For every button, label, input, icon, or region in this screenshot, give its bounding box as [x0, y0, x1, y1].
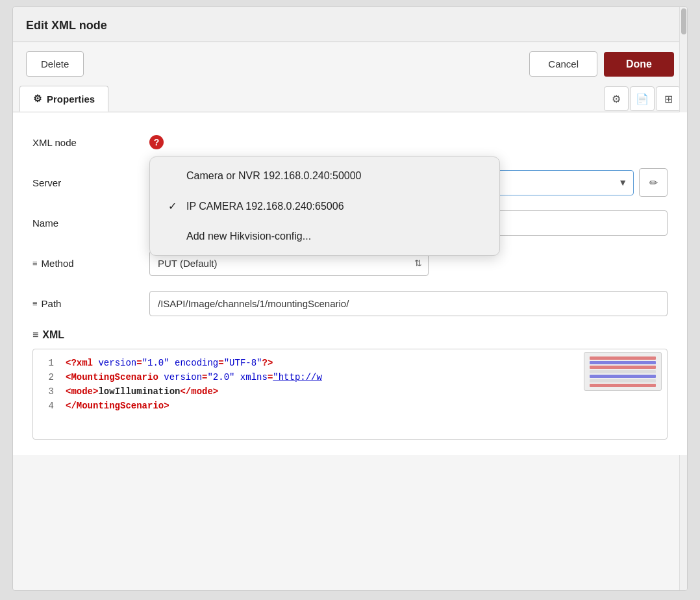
- xml-pi-tag: <?xml: [66, 358, 98, 368]
- name-label-text: Name: [32, 218, 58, 229]
- cancel-button[interactable]: Cancel: [529, 51, 597, 77]
- help-icon[interactable]: ?: [149, 135, 164, 149]
- checkmark-2: [168, 231, 180, 242]
- line-number-4: 4: [33, 401, 66, 411]
- settings-icon-button[interactable]: ⚙: [604, 86, 629, 111]
- tab-bar: ⚙ Properties ⚙ 📄 ⊞: [13, 86, 687, 112]
- line-number-1: 1: [33, 358, 66, 368]
- path-lines-icon: ≡: [32, 299, 38, 308]
- path-label-text: Path: [42, 298, 62, 309]
- dropdown-item-1[interactable]: ✓ IP CAMERA 192.168.0.240:65006: [150, 191, 499, 221]
- xml-node-label: XML node: [32, 137, 149, 148]
- form-area: XML node ? Camera or NVR 192.168.0.240:5…: [13, 112, 687, 455]
- grid-icon: ⊞: [664, 93, 673, 105]
- checkmark-1: ✓: [168, 200, 180, 212]
- xml-line-2: 2 <MountingScenario version="2.0" xmlns=…: [33, 370, 667, 384]
- xml-lines-icon: ≡: [32, 329, 38, 341]
- gear-tab-icon: ⚙: [33, 93, 42, 105]
- xml-node-controls: ?: [149, 135, 164, 149]
- xml-editor[interactable]: 1 <?xml version="1.0" encoding="UTF-8"?>…: [32, 349, 668, 440]
- done-button[interactable]: Done: [604, 52, 674, 77]
- tab-icon-group: ⚙ 📄 ⊞: [604, 86, 687, 111]
- dropdown-item-2[interactable]: Add new Hikvision-config...: [150, 221, 499, 251]
- panel-header: Edit XML node: [13, 7, 687, 42]
- server-edit-button[interactable]: ✏: [639, 168, 668, 197]
- panel-title: Edit XML node: [26, 19, 107, 32]
- dropdown-item-0[interactable]: Camera or NVR 192.168.0.240:50000: [150, 161, 499, 191]
- server-label: Server: [32, 177, 149, 188]
- gear-icon: ⚙: [612, 93, 621, 105]
- dropdown-item-label-1: IP CAMERA 192.168.0.240:65006: [186, 201, 344, 212]
- line-number-3: 3: [33, 386, 66, 397]
- delete-button[interactable]: Delete: [26, 51, 84, 77]
- name-label: Name: [32, 218, 149, 229]
- server-label-text: Server: [32, 177, 61, 188]
- edit-xml-panel: Edit XML node Delete Cancel Done ⚙ Prope…: [12, 6, 688, 591]
- xml-line-4: 4 </MountingScenario>: [33, 399, 667, 413]
- xml-node-label-text: XML node: [32, 137, 77, 148]
- document-icon: 📄: [636, 93, 649, 105]
- dropdown-item-label-2: Add new Hikvision-config...: [186, 231, 311, 242]
- pencil-icon: ✏: [649, 177, 658, 189]
- method-lines-icon: ≡: [32, 258, 38, 268]
- toolbar: Delete Cancel Done: [13, 42, 687, 86]
- path-row: ≡ Path /ISAPI/Image/channels/1/mountingS…: [32, 289, 668, 318]
- xml-section-label: ≡ XML: [32, 329, 668, 341]
- xml-line-1: 1 <?xml version="1.0" encoding="UTF-8"?>: [33, 356, 667, 370]
- xml-section-label-text: XML: [42, 329, 64, 341]
- xml-thumbnail: [584, 352, 662, 391]
- path-input[interactable]: /ISAPI/Image/channels/1/mountingScenario…: [149, 291, 668, 316]
- path-label: ≡ Path: [32, 298, 149, 309]
- dropdown-item-label-0: Camera or NVR 192.168.0.240:50000: [186, 170, 362, 182]
- method-label-text: Method: [42, 258, 74, 269]
- xml-node-row: XML node ? Camera or NVR 192.168.0.240:5…: [32, 128, 668, 156]
- scroll-thumb[interactable]: [681, 8, 686, 34]
- document-icon-button[interactable]: 📄: [630, 86, 655, 111]
- server-dropdown[interactable]: Camera or NVR 192.168.0.240:50000 ✓ IP C…: [149, 156, 500, 256]
- tab-properties-label: Properties: [47, 94, 95, 105]
- xml-line-3: 3 <mode>lowIllumination</mode>: [33, 384, 667, 399]
- grid-icon-button[interactable]: ⊞: [656, 86, 681, 111]
- method-label: ≡ Method: [32, 258, 149, 269]
- line-number-2: 2: [33, 372, 66, 382]
- tab-properties[interactable]: ⚙ Properties: [19, 86, 108, 112]
- checkmark-0: [168, 170, 180, 182]
